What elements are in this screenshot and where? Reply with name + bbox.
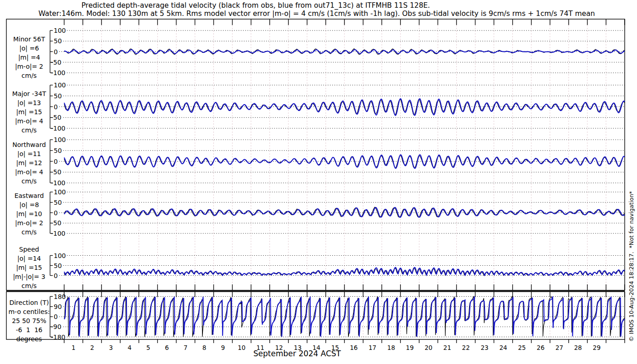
panel-label-line-eastward: |o| =8 [19, 201, 39, 209]
day-label: 8 [202, 344, 207, 351]
panel-label-line-speed: |m| =15 [16, 264, 42, 272]
panel-label-block-major: Major -34T|o| =13|m| =15|m-o|= 4cm/s [12, 90, 46, 134]
y-tick-label-major: 100 [54, 81, 66, 89]
y-tick-label-minor: -100 [51, 69, 66, 76]
y-tick-label-speed: 100 [54, 252, 66, 259]
panel-label-line-speed: cm/s [21, 282, 36, 289]
day-label: 3 [109, 344, 113, 351]
day-label: 22 [462, 344, 470, 351]
y-tick-label-eastward: 50 [54, 199, 62, 206]
y-tick-label-minor: 100 [54, 27, 66, 34]
panel-label-line-northward: |m-o|= 4 [15, 168, 43, 176]
panel-label-line-speed: |o| =14 [17, 255, 41, 263]
panel-label-line-eastward: |m-o|= 2 [15, 219, 43, 227]
panel-label-line-minor: |m-o|= 2 [15, 63, 43, 71]
panel-label-line-major: Major -34T [12, 90, 46, 97]
x-axis-labels: 1234567891011121314151617181920212223242… [71, 344, 601, 358]
day-label: 4 [127, 344, 131, 351]
day-label: 27 [556, 344, 563, 351]
y-tick-label-direction: -90 [51, 323, 61, 330]
y-tick-label-eastward: 100 [54, 188, 66, 196]
panel-label-line-major: |o| =13 [17, 99, 41, 107]
panel-label-line-northward: |o| =11 [17, 150, 41, 158]
y-tick-label-major: -100 [51, 125, 66, 132]
y-tick-label-speed: 0 [54, 272, 58, 279]
panel-axis-speed: 100500 [50, 252, 625, 279]
panel-label-line-minor: cm/s [21, 72, 36, 79]
panel-label-line-northward: Northward [12, 141, 46, 148]
y-tick-label-major: 0 [54, 103, 58, 111]
plot-frames [6, 19, 625, 339]
y-tick-label-minor: -50 [51, 59, 61, 66]
y-tick-label-northward: 50 [54, 147, 62, 154]
tidal-velocity-figure: Predicted depth-average tidal velocity (… [0, 0, 637, 364]
panel-label-line-direction: Direction (T) [9, 299, 49, 306]
y-tick-label-direction: -180 [51, 334, 66, 341]
y-tick-label-northward: 0 [54, 158, 58, 165]
panel-label-line-eastward: cm/s [21, 228, 36, 236]
day-label: 20 [425, 344, 432, 351]
copyright-watermark: © IMOS 10-Aug-2024 18:28:17. *Not for na… [628, 191, 635, 342]
y-tick-label-direction: 0 [54, 313, 58, 320]
y-tick-label-eastward: 0 [54, 209, 58, 217]
day-label: 24 [500, 344, 507, 351]
y-tick-label-northward: -100 [51, 179, 66, 187]
panel-label-line-major: |m| =15 [16, 108, 42, 116]
panel-label-line-minor: |m| =4 [18, 54, 40, 61]
y-tick-label-eastward: -50 [51, 219, 61, 227]
y-tick-label-direction: 180 [54, 293, 66, 300]
day-label: 1 [71, 344, 76, 351]
panel-label-block-eastward: Eastward|o| =8|m| =10|m-o|= 2cm/s [15, 192, 44, 236]
x-axis-month-label: September 2024 ACST [253, 349, 341, 358]
panel-label-line-major: |m-o|= 4 [15, 117, 43, 125]
panel-label-block-northward: Northward|o| =11|m| =12|m-o|= 4cm/s [12, 141, 46, 185]
y-tick-label-northward: 100 [54, 136, 66, 143]
day-label: 18 [387, 344, 395, 351]
figure-title-line-2: Water:146m. Model: 130 130m at 5 5km. Rm… [38, 10, 595, 18]
panel-label-block-speed: Speed|o| =14|m| =15|m|-|o|= 3cm/s [13, 246, 45, 289]
y-tick-label-major: -50 [51, 114, 61, 121]
panel-label-line-direction: 25 50 75% [12, 317, 46, 324]
day-label: 9 [221, 344, 225, 351]
tidal-velocity-plot: 100500-50-100Minor 56T|o| =6|m| =4|m-o|=… [0, 0, 637, 364]
day-label: 25 [518, 344, 526, 351]
day-label: 23 [480, 344, 488, 351]
day-label: 6 [165, 344, 169, 351]
panel-label-line-eastward: |m| =10 [16, 210, 42, 218]
panel-label-line-northward: |m| =12 [16, 159, 42, 167]
day-label: 28 [574, 344, 582, 351]
day-label: 10 [238, 344, 246, 351]
panel-label-line-northward: cm/s [21, 177, 36, 185]
panel-label-block-minor: Minor 56T|o| =6|m| =4|m-o|= 2cm/s [13, 35, 45, 79]
day-label: 17 [369, 344, 376, 351]
y-tick-label-minor: 50 [54, 37, 62, 45]
panel-label-line-eastward: Eastward [15, 192, 44, 199]
day-label: 16 [350, 344, 358, 351]
y-tick-label-northward: -50 [51, 168, 61, 176]
panel-label-line-minor: Minor 56T [13, 35, 45, 43]
y-tick-label-speed: 50 [54, 262, 62, 269]
day-label: 5 [147, 344, 151, 351]
y-tick-label-direction: 90 [54, 303, 62, 310]
upper-panels-frame [6, 19, 625, 290]
day-label: 2 [90, 344, 94, 351]
panel-label-line-minor: |o| =6 [19, 45, 39, 52]
y-tick-label-minor: 0 [54, 48, 58, 56]
panel-label-line-speed: |m|-|o|= 3 [13, 273, 45, 281]
panel-label-line-direction: degrees [16, 335, 42, 343]
day-grid [64, 19, 625, 343]
y-tick-label-major: 50 [54, 92, 62, 100]
panel-label-line-major: cm/s [21, 126, 36, 134]
day-label: 26 [537, 344, 545, 351]
panel-label-line-direction: m-o centiles: [8, 308, 50, 315]
y-tick-label-eastward: -100 [51, 230, 66, 237]
panel-label-line-speed: Speed [19, 246, 39, 253]
day-label: 19 [406, 344, 414, 351]
panel-label-block-direction: Direction (T)m-o centiles:25 50 75%-6 1 … [8, 299, 50, 343]
panel-label-line-direction: -6 1 16 [16, 326, 43, 334]
day-label: 21 [443, 344, 451, 351]
figure-title-line-1: Predicted depth-average tidal velocity (… [81, 1, 430, 10]
day-label: 29 [593, 344, 601, 351]
day-label: 7 [184, 344, 188, 351]
